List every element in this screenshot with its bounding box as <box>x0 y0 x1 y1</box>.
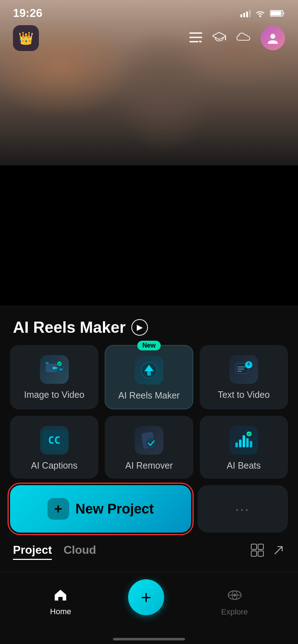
section-arrow[interactable]: ▶ <box>131 319 148 336</box>
svg-rect-9 <box>189 37 202 38</box>
signal-icon <box>240 9 250 17</box>
ai-captions-label: AI Captions <box>31 460 77 471</box>
svg-rect-8 <box>189 32 202 34</box>
ai-captions-icon: CC <box>40 426 69 455</box>
hero-overlay <box>0 0 298 165</box>
new-project-button[interactable]: + New Project <box>10 485 191 533</box>
battery-icon <box>270 9 285 17</box>
svg-rect-7 <box>271 11 281 15</box>
list-icon[interactable] <box>189 31 202 45</box>
cloud-icon[interactable] <box>236 31 250 45</box>
ai-beats-label: AI Beats <box>227 460 261 471</box>
svg-marker-11 <box>199 40 202 42</box>
svg-point-4 <box>259 15 261 17</box>
home-icon <box>54 589 67 604</box>
ai-remover-icon <box>135 426 163 455</box>
top-nav: 👑 <box>0 25 298 51</box>
explore-label: Explore <box>221 607 248 617</box>
svg-marker-12 <box>212 32 226 40</box>
new-badge: New <box>137 341 161 350</box>
svg-point-26 <box>146 438 156 448</box>
create-fab-button[interactable]: + <box>128 579 164 615</box>
tool-ai-remover[interactable]: AI Remover <box>105 416 193 479</box>
svg-rect-35 <box>251 551 257 556</box>
ai-reels-icon <box>135 356 163 385</box>
tabs-row: Project Cloud <box>0 539 298 567</box>
tool-ai-captions[interactable]: CC AI Captions <box>10 416 98 479</box>
more-dots-icon: ··· <box>235 502 250 516</box>
section-header: AI Reels Maker ▶ <box>0 305 298 345</box>
tools-grid: Image to Video New AI Reels Maker <box>0 345 298 479</box>
home-label: Home <box>50 607 71 616</box>
svg-rect-29 <box>243 435 245 447</box>
graduation-icon[interactable] <box>212 31 226 45</box>
svg-rect-13 <box>225 36 226 40</box>
avatar[interactable] <box>261 26 285 50</box>
nav-home[interactable]: Home <box>50 589 71 616</box>
svg-rect-10 <box>189 41 199 42</box>
tool-ai-reels-maker[interactable]: New AI Reels Maker <box>105 345 193 409</box>
image-to-video-icon <box>40 355 69 384</box>
svg-point-44 <box>233 594 236 597</box>
svg-rect-27 <box>235 442 238 447</box>
status-bar: 19:26 <box>0 0 298 23</box>
nav-explore[interactable]: Explore <box>221 589 248 617</box>
home-indicator <box>113 638 185 640</box>
svg-rect-33 <box>251 544 257 549</box>
more-button[interactable]: ··· <box>198 485 288 533</box>
svg-rect-36 <box>258 551 263 556</box>
crown-icon: 👑 <box>18 31 33 45</box>
section-title: AI Reels Maker <box>13 318 126 336</box>
svg-rect-21 <box>147 371 151 376</box>
svg-rect-1 <box>243 13 245 17</box>
status-icons <box>240 9 285 17</box>
fab-plus-icon: + <box>141 588 151 606</box>
tabs-right <box>250 543 285 560</box>
text-to-video-icon <box>229 355 258 384</box>
arrow-icon: ▶ <box>137 323 143 332</box>
text-to-video-label: Text to Video <box>218 390 270 400</box>
svg-rect-31 <box>250 441 252 447</box>
tool-text-to-video[interactable]: Text to Video <box>200 345 288 409</box>
ai-remover-label: AI Remover <box>125 460 173 471</box>
hero-banner: 👑 <box>0 0 298 165</box>
new-project-row: + New Project ··· <box>0 479 298 539</box>
svg-rect-28 <box>239 440 241 447</box>
svg-rect-34 <box>258 544 263 549</box>
grid-view-icon[interactable] <box>250 543 264 560</box>
tab-cloud[interactable]: Cloud <box>63 543 96 560</box>
new-project-plus-icon: + <box>48 498 69 520</box>
explore-icon <box>227 589 242 604</box>
tab-project[interactable]: Project <box>13 543 52 560</box>
wifi-icon <box>255 9 266 17</box>
image-to-video-label: Image to Video <box>24 390 85 400</box>
ai-reels-label: AI Reels Maker <box>118 390 180 401</box>
export-icon[interactable] <box>272 544 285 560</box>
tool-ai-beats[interactable]: AI Beats <box>200 416 288 479</box>
svg-rect-6 <box>283 12 284 14</box>
ai-beats-icon <box>229 426 258 455</box>
tool-image-to-video[interactable]: Image to Video <box>10 345 98 409</box>
svg-rect-30 <box>246 438 249 447</box>
tabs-left: Project Cloud <box>13 543 96 560</box>
svg-point-14 <box>270 34 275 39</box>
svg-rect-2 <box>246 12 248 17</box>
svg-rect-3 <box>249 10 250 17</box>
nav-icons-group <box>189 26 285 50</box>
plus-symbol: + <box>54 501 62 517</box>
svg-rect-0 <box>240 14 242 17</box>
logo-button[interactable]: 👑 <box>13 25 39 51</box>
new-project-label: New Project <box>76 501 154 517</box>
bottom-nav: Home + Explore <box>0 572 298 644</box>
status-time: 19:26 <box>13 6 42 20</box>
